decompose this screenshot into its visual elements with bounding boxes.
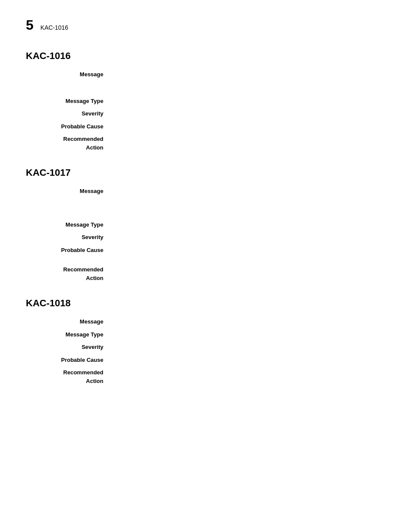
- field-value-severity-1016: [112, 109, 385, 118]
- field-row-recommendedaction-1017: RecommendedAction: [26, 265, 385, 282]
- field-row-message-1018: Message: [26, 317, 385, 326]
- field-value-recommendedaction-1018: [112, 368, 385, 385]
- field-label-probablecause-1018: Probable Cause: [26, 356, 112, 364]
- field-label-message-1018: Message: [26, 317, 112, 326]
- section-title-kac-1016: KAC-1016: [26, 50, 385, 62]
- field-label-recommendedaction-1016: RecommendedAction: [26, 135, 112, 152]
- field-label-message-1017: Message: [26, 187, 112, 196]
- field-row-severity-1016: Severity: [26, 109, 385, 118]
- page-header: 5 KAC-1016: [26, 17, 385, 33]
- field-label-severity-1018: Severity: [26, 343, 112, 352]
- section-title-kac-1018: KAC-1018: [26, 298, 385, 309]
- field-label-recommendedaction-1018: RecommendedAction: [26, 368, 112, 385]
- field-row-probablecause-1018: Probable Cause: [26, 356, 385, 364]
- field-value-recommendedaction-1017: [112, 265, 385, 282]
- field-label-message-1016: Message: [26, 70, 112, 79]
- field-label-severity-1017: Severity: [26, 233, 112, 242]
- page-number: 5: [26, 17, 34, 33]
- field-value-message-1017: [112, 187, 385, 196]
- field-row-messagetype-1017: Message Type: [26, 221, 385, 229]
- field-row-severity-1017: Severity: [26, 233, 385, 242]
- field-row-recommendedaction-1016: RecommendedAction: [26, 135, 385, 152]
- field-value-message-1018: [112, 317, 385, 326]
- field-label-recommendedaction-1017: RecommendedAction: [26, 265, 112, 282]
- field-row-messagetype-1018: Message Type: [26, 330, 385, 339]
- field-label-messagetype-1016: Message Type: [26, 97, 112, 106]
- field-row-messagetype-1016: Message Type: [26, 97, 385, 106]
- field-value-recommendedaction-1016: [112, 135, 385, 152]
- field-label-probablecause-1017: Probable Cause: [26, 246, 112, 255]
- field-value-messagetype-1016: [112, 97, 385, 106]
- field-row-severity-1018: Severity: [26, 343, 385, 352]
- field-value-messagetype-1017: [112, 221, 385, 229]
- field-row-message-1016: Message: [26, 70, 385, 79]
- field-value-probablecause-1018: [112, 356, 385, 364]
- section-title-kac-1017: KAC-1017: [26, 167, 385, 178]
- field-value-messagetype-1018: [112, 330, 385, 339]
- field-label-severity-1016: Severity: [26, 109, 112, 118]
- page-title: KAC-1016: [40, 24, 68, 31]
- field-row-probablecause-1016: Probable Cause: [26, 122, 385, 131]
- field-value-probablecause-1017: [112, 246, 385, 255]
- field-value-probablecause-1016: [112, 122, 385, 131]
- field-label-messagetype-1017: Message Type: [26, 221, 112, 229]
- field-value-severity-1017: [112, 233, 385, 242]
- section-kac-1017: KAC-1017 Message Message Type Severity P…: [26, 167, 385, 282]
- field-row-message-1017: Message: [26, 187, 385, 196]
- field-label-messagetype-1018: Message Type: [26, 330, 112, 339]
- field-value-message-1016: [112, 70, 385, 79]
- field-row-probablecause-1017: Probable Cause: [26, 246, 385, 255]
- field-label-probablecause-1016: Probable Cause: [26, 122, 112, 131]
- section-kac-1016: KAC-1016 Message Message Type Severity P…: [26, 50, 385, 152]
- section-kac-1018: KAC-1018 Message Message Type Severity P…: [26, 298, 385, 385]
- field-value-severity-1018: [112, 343, 385, 352]
- field-row-recommendedaction-1018: RecommendedAction: [26, 368, 385, 385]
